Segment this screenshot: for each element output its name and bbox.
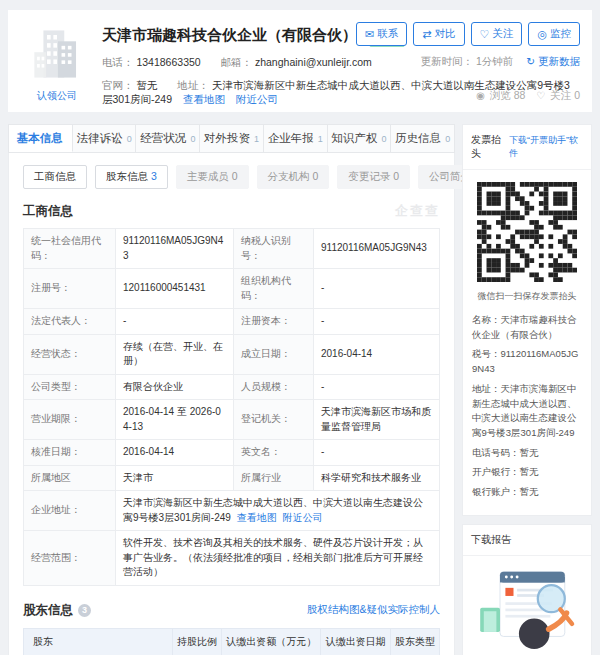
subtab-shareholders[interactable]: 股东信息 3 <box>95 165 168 189</box>
email-label: 邮箱： <box>221 56 253 68</box>
nearby-companies-link[interactable]: 附近公司 <box>236 93 278 105</box>
website-label: 官网： <box>102 79 134 91</box>
view-map-link[interactable]: 查看地图 <box>183 93 225 105</box>
invoice-name: 名称：天津市瑞趣科技合伙企业（有限合伙） <box>472 313 582 342</box>
business-info-table: 统一社会信用代码：91120116MA05JG9N43纳税人识别号：911201… <box>23 228 440 586</box>
stats-row: ◉ 浏览 88 ♡ 关注 0 <box>468 89 580 103</box>
address-label: 地址： <box>177 79 209 91</box>
monitor-button[interactable]: ◎ 监控 <box>528 22 580 46</box>
shareholders-title: 股东信息3 <box>23 602 91 619</box>
tab-intellectual-property[interactable]: 知识产权 0 <box>328 125 392 152</box>
page: 认领公司 天津市瑞趣科技合伙企业（有限合伙） 存续 电话： 1341866335… <box>0 0 600 655</box>
main-panel: 基本信息 法律诉讼 0 经营状况 0 对外投资 1 企业年报 1 知识产权 0 … <box>8 124 455 655</box>
contact-button[interactable]: ✉ 联系 <box>356 22 407 46</box>
tab-annual-report[interactable]: 企业年报 1 <box>264 125 328 152</box>
subtab-changes[interactable]: 变更记录 0 <box>337 165 410 189</box>
table-row: 统一社会信用代码：91120116MA05JG9N43纳税人识别号：911201… <box>24 229 440 269</box>
report-illustration <box>473 566 581 652</box>
invoice-helper-download-link[interactable]: 下载“开票助手”软件 <box>509 134 583 160</box>
email-value: zhanghaini@xunleijr.com <box>255 56 372 68</box>
invoice-title: 发票抬头 <box>471 133 509 161</box>
invoice-phone: 电话号码：暂无 <box>472 446 582 461</box>
table-row: 法定代表人：-注册资本：- <box>24 309 440 335</box>
report-card: 下载报告 <box>462 524 592 655</box>
header-actions: ✉ 联系 ⇄ 对比 ♡ 关注 ◎ 监控 <box>356 22 580 46</box>
building-icon <box>28 25 86 83</box>
table-row: 注册号：120116000451431组织机构代码：- <box>24 269 440 309</box>
views-count: 浏览 88 <box>490 89 526 101</box>
follows-count: 关注 0 <box>550 89 580 101</box>
report-title: 下载报告 <box>471 533 511 547</box>
watermark: 企查查 <box>395 202 440 220</box>
update-time-label: 更新时间： <box>421 55 474 67</box>
invoice-tax-id: 税号：91120116MA05JG9N43 <box>472 347 582 376</box>
company-address-label: 企业地址： <box>24 491 116 531</box>
tab-history[interactable]: 历史信息 0 <box>391 125 454 152</box>
company-logo <box>28 25 86 83</box>
business-scope-label: 经营范围： <box>24 531 116 586</box>
table-row: 经营状态：存续（在营、开业、在册）成立日期：2016-04-14 <box>24 334 440 374</box>
phone-value: 13418663350 <box>136 56 200 68</box>
table-row: 公司类型：有限合伙企业人员规模：- <box>24 374 440 400</box>
equity-structure-link[interactable]: 股权结构图&疑似实际控制人 <box>307 603 440 617</box>
table-row-scope: 经营范围： 软件开发、技术咨询及其相关的技术服务、硬件及芯片设计开发；从事广告业… <box>24 531 440 586</box>
compare-button[interactable]: ⇄ 对比 <box>413 22 464 46</box>
heart-icon: ♡ <box>480 29 490 40</box>
subtab-bar: 工商信息 股东信息 3 主要成员 0 分支机构 0 变更记录 0 公司简介 <box>23 165 440 189</box>
tab-investment[interactable]: 对外投资 1 <box>200 125 264 152</box>
shareholders-count-badge: 3 <box>78 604 91 617</box>
claim-company-link[interactable]: 认领公司 <box>24 89 90 103</box>
sidebar: 发票抬头 下载“开票助手”软件 微信扫一扫保存发票抬头 名称：天津市瑞趣科技合伙… <box>462 124 592 655</box>
invoice-card: 发票抬头 下载“开票助手”软件 微信扫一扫保存发票抬头 名称：天津市瑞趣科技合伙… <box>462 124 592 516</box>
qr-code-svg <box>477 182 577 282</box>
follow-button[interactable]: ♡ 关注 <box>471 22 523 46</box>
tab-operation[interactable]: 经营状况 0 <box>136 125 200 152</box>
basic-info-content: 工商信息 股东信息 3 主要成员 0 分支机构 0 变更记录 0 公司简介 工商… <box>8 153 455 655</box>
tab-basic-info[interactable]: 基本信息 <box>9 125 73 152</box>
business-info-title: 工商信息 <box>23 203 73 220</box>
table-row: 营业期限：2016-04-14 至 2026-04-13登记机关：天津市滨海新区… <box>24 400 440 440</box>
tab-bar: 基本信息 法律诉讼 0 经营状况 0 对外投资 1 企业年报 1 知识产权 0 … <box>8 124 455 153</box>
update-time-value: 1分钟前 <box>476 55 513 67</box>
table-row-address: 企业地址： 天津市滨海新区中新生态城中成大道以西、中滨大道以南生态建设公寓9号楼… <box>24 491 440 531</box>
qr-caption: 微信扫一扫保存发票抬头 <box>463 290 591 303</box>
table-row: 核准日期：2016-04-14英文名：- <box>24 440 440 466</box>
business-scope-value: 软件开发、技术咨询及其相关的技术服务、硬件及芯片设计开发；从事广告业务。（依法须… <box>116 531 440 586</box>
refresh-icon: ↻ <box>526 55 535 67</box>
invoice-account: 银行账户：暂无 <box>472 485 582 500</box>
compare-icon: ⇄ <box>422 29 431 40</box>
nearby-companies-link[interactable]: 附近公司 <box>283 512 323 523</box>
company-header: 认领公司 天津市瑞趣科技合伙企业（有限合伙） 存续 电话： 1341866335… <box>8 10 592 112</box>
heart-outline-icon: ♡ <box>536 90 545 101</box>
shareholders-table: 股东 持股比例 认缴出资额（万元） 认缴出资日期 股东类型 於蕾 - 125.5… <box>23 628 440 655</box>
qr-code <box>477 182 577 282</box>
view-map-link[interactable]: 查看地图 <box>237 512 277 523</box>
eye-icon: ◉ <box>476 90 485 101</box>
refresh-data-link[interactable]: ↻ 更新数据 <box>526 55 580 67</box>
monitor-icon: ◎ <box>537 29 547 40</box>
company-address-value: 天津市滨海新区中新生态城中成大道以西、中滨大道以南生态建设公寓9号楼3层301房… <box>116 491 440 531</box>
subtab-branches[interactable]: 分支机构 0 <box>257 165 330 189</box>
invoice-bank: 开户银行：暂无 <box>472 465 582 480</box>
invoice-fields: 名称：天津市瑞趣科技合伙企业（有限合伙） 税号：91120116MA05JG9N… <box>463 313 591 515</box>
tab-legal[interactable]: 法律诉讼 0 <box>73 125 137 152</box>
envelope-icon: ✉ <box>365 29 374 40</box>
page-title: 天津市瑞趣科技合伙企业（有限合伙） <box>102 26 357 43</box>
phone-label: 电话： <box>102 56 134 68</box>
update-row: 更新时间： 1分钟前 ↻ 更新数据 <box>421 55 580 69</box>
invoice-address: 地址：天津市滨海新区中新生态城中成大道以西、中滨大道以南生态建设公寓9号楼3层3… <box>472 382 582 441</box>
subtab-business-info[interactable]: 工商信息 <box>23 165 87 189</box>
website-value: 暂无 <box>136 79 157 91</box>
table-row: 所属地区天津市所属行业科学研究和技术服务业 <box>24 465 440 491</box>
logo-column: 认领公司 <box>24 23 90 104</box>
subtab-members[interactable]: 主要成员 0 <box>176 165 249 189</box>
